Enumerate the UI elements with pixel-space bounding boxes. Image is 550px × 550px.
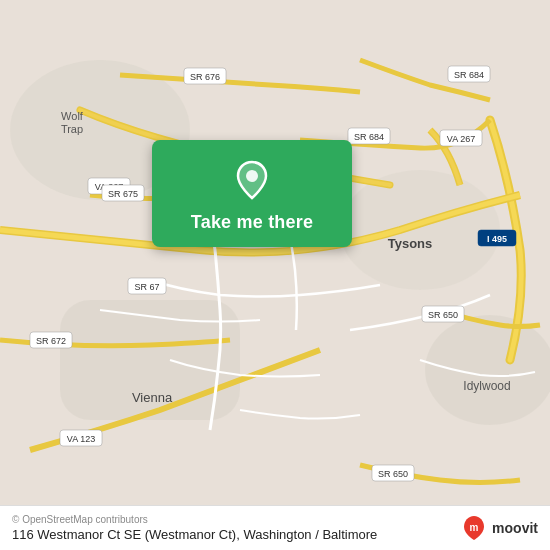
moovit-logo: m moovit (460, 514, 538, 542)
svg-text:Idylwood: Idylwood (463, 379, 510, 393)
svg-text:Tysons: Tysons (388, 236, 433, 251)
take-me-there-label: Take me there (191, 212, 313, 233)
moovit-brand-text: moovit (492, 520, 538, 536)
attribution-text: © OpenStreetMap contributors (12, 514, 377, 525)
bottom-bar: © OpenStreetMap contributors 116 Westman… (0, 505, 550, 550)
bottom-left-content: © OpenStreetMap contributors 116 Westman… (12, 514, 377, 542)
svg-point-2 (340, 170, 500, 290)
take-me-there-button[interactable]: Take me there (152, 140, 352, 247)
svg-text:SR 684: SR 684 (354, 132, 384, 142)
svg-text:Wolf: Wolf (61, 110, 84, 122)
moovit-icon: m (460, 514, 488, 542)
map-container: SR 676 SR 684 VA 267 SR 684 VA 267 SR 67… (0, 0, 550, 550)
svg-text:I 495: I 495 (487, 234, 507, 244)
svg-text:Trap: Trap (61, 123, 83, 135)
location-pin-icon (230, 158, 274, 202)
svg-text:SR 67: SR 67 (134, 282, 159, 292)
svg-text:SR 672: SR 672 (36, 336, 66, 346)
svg-text:VA 267: VA 267 (447, 134, 475, 144)
svg-text:SR 676: SR 676 (190, 72, 220, 82)
svg-point-34 (246, 170, 258, 182)
svg-point-4 (425, 315, 550, 425)
map-svg: SR 676 SR 684 VA 267 SR 684 VA 267 SR 67… (0, 0, 550, 550)
svg-text:VA 123: VA 123 (67, 434, 95, 444)
svg-text:SR 675: SR 675 (108, 189, 138, 199)
svg-text:SR 684: SR 684 (454, 70, 484, 80)
svg-text:SR 650: SR 650 (378, 469, 408, 479)
svg-text:m: m (470, 522, 479, 533)
svg-text:Vienna: Vienna (132, 390, 173, 405)
svg-text:SR 650: SR 650 (428, 310, 458, 320)
address-text: 116 Westmanor Ct SE (Westmanor Ct), Wash… (12, 527, 377, 542)
